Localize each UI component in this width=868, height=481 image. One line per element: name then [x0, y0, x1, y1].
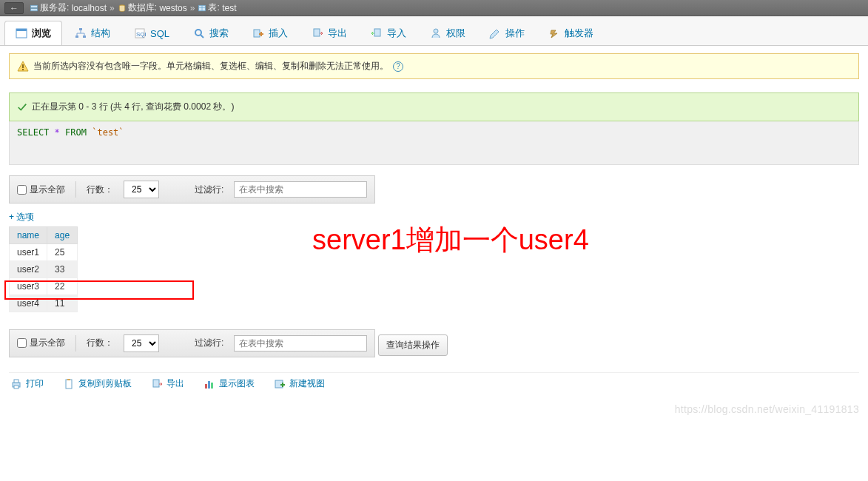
crumb-table-label: 表: — [208, 1, 219, 14]
sql-star: * — [55, 127, 60, 138]
show-all-label: 显示全部 — [30, 184, 65, 196]
crumb-server-value[interactable]: localhost — [72, 3, 107, 13]
tab-label: 结构 — [91, 27, 110, 40]
tab-search[interactable]: 搜索 — [182, 21, 240, 45]
filter-input-top[interactable] — [234, 181, 367, 198]
result-ops-label: 查询结果操作 — [378, 334, 448, 356]
action-view[interactable]: 新建视图 — [274, 377, 325, 390]
warning-notice: 当前所选内容没有包含唯一字段。单元格编辑、复选框、编辑、复制和删除无法正常使用。… — [9, 53, 859, 79]
svg-rect-23 — [14, 386, 18, 388]
print-icon — [10, 378, 22, 390]
show-all-bottom[interactable]: 显示全部 — [17, 337, 65, 349]
svg-rect-16 — [314, 29, 320, 36]
tab-label: 触发器 — [565, 27, 593, 40]
svg-rect-0 — [31, 5, 38, 7]
sql-table: `test` — [92, 127, 124, 138]
chart-icon — [203, 378, 215, 390]
cell-age: 11 — [47, 295, 78, 312]
help-icon[interactable]: ? — [393, 61, 403, 72]
triggers-icon — [548, 27, 560, 39]
tab-label: SQL — [150, 28, 169, 39]
svg-rect-28 — [208, 381, 210, 388]
controls-bottom: 显示全部 行数： 25 过滤行: — [9, 329, 375, 357]
crumb-db-value[interactable]: westos — [159, 3, 186, 13]
table-row[interactable]: user3 22 — [10, 278, 78, 295]
table-row[interactable]: user2 33 — [10, 261, 78, 278]
insert-icon — [252, 27, 264, 39]
cell-age: 25 — [47, 244, 78, 261]
tab-insert[interactable]: 插入 — [241, 21, 299, 45]
tab-sql[interactable]: SQL SQL — [123, 21, 181, 45]
svg-rect-17 — [374, 29, 380, 36]
action-label: 新建视图 — [289, 377, 325, 390]
tab-import[interactable]: 导入 — [360, 21, 417, 45]
crumb-table-value[interactable]: test — [222, 3, 236, 13]
table-icon — [198, 4, 206, 13]
filter-input-bottom[interactable] — [234, 335, 367, 352]
svg-rect-27 — [205, 384, 207, 388]
svg-rect-24 — [66, 380, 72, 388]
structure-icon — [75, 27, 87, 39]
rows-label: 行数： — [87, 337, 113, 349]
tab-browse[interactable]: 浏览 — [4, 21, 62, 45]
svg-rect-20 — [22, 69, 24, 70]
rows-select[interactable]: 25 — [124, 181, 159, 198]
privileges-icon — [430, 27, 442, 39]
sql-display: SELECT * FROM `test` — [9, 121, 859, 165]
tab-triggers[interactable]: 触发器 — [537, 21, 605, 45]
result-area: + 选项 name age user1 25 user2 33 user3 — [9, 211, 859, 312]
search-icon — [193, 27, 205, 39]
action-chart[interactable]: 显示图表 — [203, 377, 255, 390]
divider — [75, 181, 76, 198]
check-icon — [17, 102, 27, 112]
svg-rect-8 — [79, 28, 82, 30]
tab-structure[interactable]: 结构 — [64, 21, 121, 45]
cell-name: user2 — [10, 261, 47, 278]
action-label: 导出 — [166, 377, 184, 390]
back-button[interactable]: ← — [4, 2, 24, 14]
export-icon — [312, 27, 323, 39]
svg-rect-26 — [153, 380, 159, 387]
action-print[interactable]: 打印 — [10, 377, 44, 390]
success-text: 正在显示第 0 - 3 行 (共 4 行, 查询花费 0.0002 秒。) — [32, 101, 234, 113]
clipboard-icon — [63, 378, 75, 390]
action-label: 打印 — [26, 377, 44, 390]
cell-name: user3 — [10, 278, 47, 295]
table-row[interactable]: user1 25 — [10, 244, 78, 261]
svg-rect-29 — [211, 383, 213, 388]
tab-label: 搜索 — [209, 27, 229, 40]
crumb-db-label: 数据库: — [128, 1, 157, 14]
show-all-checkbox[interactable] — [17, 338, 27, 348]
show-all-checkbox[interactable] — [17, 185, 27, 195]
tab-label: 浏览 — [32, 27, 51, 40]
show-all-top[interactable]: 显示全部 — [17, 184, 65, 196]
tab-export[interactable]: 导出 — [300, 21, 358, 45]
col-header-age[interactable]: age — [47, 227, 78, 244]
page-content: 当前所选内容没有包含唯一字段。单元格编辑、复选框、编辑、复制和删除无法正常使用。… — [0, 46, 868, 420]
filter-label: 过滤行: — [195, 337, 223, 349]
new-view-icon — [274, 378, 286, 390]
svg-rect-9 — [75, 36, 78, 38]
action-copy[interactable]: 复制到剪贴板 — [63, 377, 132, 390]
tab-label: 导入 — [387, 27, 406, 40]
cell-age: 22 — [47, 278, 78, 295]
sql-icon: SQL — [134, 27, 146, 39]
svg-rect-19 — [22, 64, 24, 68]
tab-operations[interactable]: 操作 — [478, 21, 536, 45]
svg-rect-7 — [16, 29, 27, 31]
breadcrumb-bar: ← 服务器: localhost » 数据库: westos » 表: test — [0, 0, 868, 16]
warning-icon — [17, 61, 29, 73]
show-all-label: 显示全部 — [30, 337, 65, 349]
tab-privileges[interactable]: 权限 — [419, 21, 477, 45]
controls-top: 显示全部 行数： 25 过滤行: — [9, 175, 375, 204]
tab-label: 导出 — [328, 27, 347, 40]
operations-icon — [489, 27, 501, 39]
rows-select[interactable]: 25 — [124, 334, 159, 352]
action-export[interactable]: 导出 — [151, 377, 184, 390]
cell-name: user4 — [10, 295, 47, 312]
svg-point-13 — [195, 30, 201, 36]
svg-rect-25 — [67, 379, 70, 380]
table-row[interactable]: user4 11 — [10, 295, 78, 312]
col-header-name[interactable]: name — [10, 227, 47, 244]
watermark: https://blog.csdn.net/weixin_41191813 — [675, 403, 859, 415]
